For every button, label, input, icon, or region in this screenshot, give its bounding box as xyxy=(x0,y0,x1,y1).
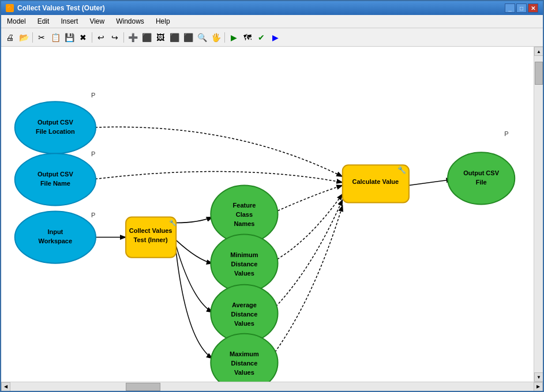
toolbar-open[interactable]: 📂 xyxy=(17,31,30,44)
node-feature-label: Feature xyxy=(233,202,256,209)
toolbar-zoom[interactable]: 🔍 xyxy=(196,31,208,44)
close-button[interactable]: ✕ xyxy=(528,3,538,13)
toolbar-fit[interactable]: ⬛ xyxy=(168,31,181,44)
scroll-thumb-v[interactable] xyxy=(535,62,543,85)
scroll-left-button[interactable]: ◀ xyxy=(1,382,10,391)
scroll-down-button[interactable]: ▼ xyxy=(534,372,543,382)
node-output-csv-name-label: Output CSV xyxy=(37,171,73,178)
arrow-average-to-calc xyxy=(271,199,343,312)
toolbar-sep-1 xyxy=(32,32,33,43)
menu-insert[interactable]: Insert xyxy=(57,16,81,27)
arrow-name-to-calc xyxy=(91,172,343,183)
node-calc-label: Calculate Value xyxy=(352,178,399,185)
arrow-location-to-calc xyxy=(91,127,343,176)
arrow-collect-to-feature xyxy=(176,217,212,223)
node-feature-label3: Names xyxy=(234,220,254,227)
menu-windows[interactable]: Windows xyxy=(112,16,148,27)
scrollbar-horizontal[interactable]: ◀ ▶ xyxy=(1,382,543,391)
node-input-workspace-label2: Workspace xyxy=(39,238,73,244)
toolbar-cut[interactable]: ✂ xyxy=(35,31,48,44)
toolbar-map[interactable]: 🗺 xyxy=(241,31,254,44)
scroll-track-h[interactable] xyxy=(10,382,534,391)
menu-edit[interactable]: Edit xyxy=(34,16,53,27)
menu-view[interactable]: View xyxy=(86,16,108,27)
bottom-area: ◀ ▶ xyxy=(1,382,543,391)
node-output-csv-location-label: Output CSV xyxy=(37,119,73,126)
menu-help[interactable]: Help xyxy=(152,16,174,27)
toolbar-copy[interactable]: 📋 xyxy=(49,31,62,44)
toolbar-sep-4 xyxy=(224,32,225,43)
node-collect-icon: 🔧 xyxy=(169,219,177,227)
arrow-feature-to-calc xyxy=(271,185,343,214)
node-maximum-label: Maximum xyxy=(230,350,259,357)
node-calc-icon: 🔧 xyxy=(397,165,406,174)
maximize-button[interactable]: □ xyxy=(516,3,527,13)
node-average-label3: Values xyxy=(234,320,254,327)
toolbar-grid[interactable]: ⬛ xyxy=(140,31,153,44)
toolbar-undo[interactable]: ↩ xyxy=(95,31,107,44)
node-collect-label: Collect Values xyxy=(129,227,172,234)
node-output-file-label2: File xyxy=(476,179,487,186)
toolbar-sep-2 xyxy=(92,32,92,43)
titlebar: 🔶 Collect Values Test (Outer) _ □ ✕ xyxy=(1,1,543,15)
node-output-file-label: Output CSV xyxy=(463,169,499,176)
scroll-up-button[interactable]: ▲ xyxy=(534,47,543,56)
toolbar-save[interactable]: 💾 xyxy=(63,31,76,44)
node-output-csv-location-label2: File Location xyxy=(36,128,75,135)
node-minimum-label2: Distance xyxy=(231,261,258,267)
menubar: Model Edit Insert View Windows Help xyxy=(1,15,543,28)
diagram-canvas[interactable]: P P P P xyxy=(1,47,534,382)
menu-model[interactable]: Model xyxy=(3,16,29,27)
node-average-label: Average xyxy=(232,301,257,308)
arrow-collect-to-minimum xyxy=(176,240,212,263)
titlebar-controls[interactable]: _ □ ✕ xyxy=(505,3,538,13)
scroll-thumb-h[interactable] xyxy=(126,383,160,391)
arrow-calc-to-output xyxy=(409,179,452,185)
toolbar-redo[interactable]: ↪ xyxy=(108,31,121,44)
arrow-collect-to-maximum xyxy=(176,252,212,359)
node-average-label2: Distance xyxy=(231,311,258,318)
toolbar-sep-3 xyxy=(123,32,124,43)
node-maximum-label3: Values xyxy=(234,369,254,376)
p-label-3: P xyxy=(91,212,95,218)
window-title: Collect Values Test (Outer) xyxy=(17,4,105,12)
toolbar-pan[interactable]: 🖐 xyxy=(209,31,222,44)
toolbar-print[interactable]: 🖨 xyxy=(3,31,16,44)
scrollbar-vertical[interactable]: ▲ ▼ xyxy=(534,47,543,382)
node-minimum-label3: Values xyxy=(234,270,254,277)
minimize-button[interactable]: _ xyxy=(505,3,515,13)
arrow-minimum-to-calc xyxy=(271,194,343,263)
toolbar-delete[interactable]: ✖ xyxy=(77,31,89,44)
node-maximum-label2: Distance xyxy=(231,360,258,367)
p-label-1: P xyxy=(91,92,95,99)
toolbar-run[interactable]: ▶ xyxy=(227,31,240,44)
titlebar-left: 🔶 Collect Values Test (Outer) xyxy=(6,4,105,12)
toolbar: 🖨 📂 ✂ 📋 💾 ✖ ↩ ↪ ➕ ⬛ 🖼 ⬛ ⬛ 🔍 🖐 ▶ 🗺 ✔ ▶ xyxy=(1,28,543,47)
app-icon: 🔶 xyxy=(6,4,14,12)
toolbar-play[interactable]: ▶ xyxy=(269,31,282,44)
toolbar-zoom-full[interactable]: ⬛ xyxy=(182,31,194,44)
content-area: P P P P xyxy=(1,47,543,382)
main-window: 🔶 Collect Values Test (Outer) _ □ ✕ Mode… xyxy=(0,0,544,392)
diagram-svg: P P P P xyxy=(1,47,534,382)
node-output-csv-name-label2: File Name xyxy=(40,180,70,187)
toolbar-image[interactable]: 🖼 xyxy=(154,31,167,44)
arrow-maximum-to-calc xyxy=(271,205,343,358)
scroll-track-v[interactable] xyxy=(534,56,543,372)
node-feature-label2: Class xyxy=(236,211,253,218)
arrow-collect-to-average xyxy=(176,246,212,312)
toolbar-add[interactable]: ➕ xyxy=(126,31,139,44)
node-input-workspace-label: Input xyxy=(47,228,63,235)
p-label-4: P xyxy=(504,130,508,137)
toolbar-check[interactable]: ✔ xyxy=(255,31,268,44)
p-label-2: P xyxy=(91,150,95,157)
scroll-right-button[interactable]: ▶ xyxy=(534,382,543,391)
node-collect-label2: Test (Inner) xyxy=(134,236,168,243)
node-minimum-label: Minimum xyxy=(230,251,258,258)
